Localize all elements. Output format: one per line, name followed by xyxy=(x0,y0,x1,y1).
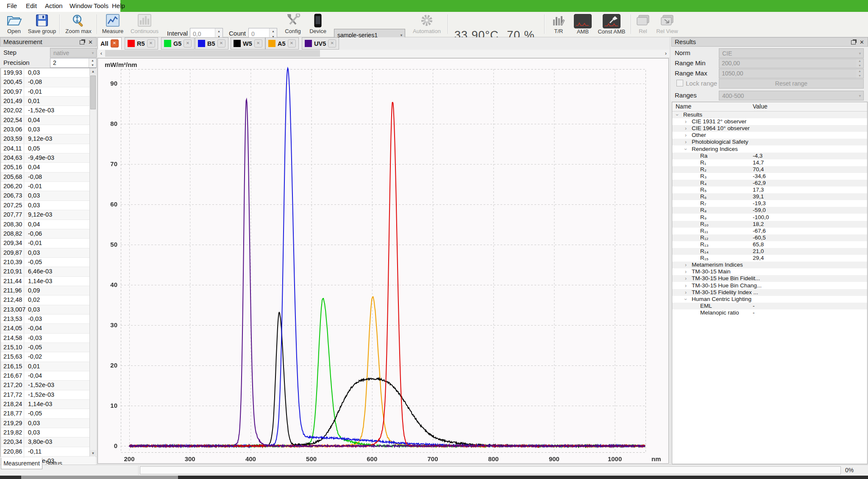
table-row[interactable]: 213,53-0,03 xyxy=(1,315,96,324)
scrollbar-thumb[interactable] xyxy=(105,50,320,57)
table-row[interactable]: 213,0070,03 xyxy=(1,305,96,315)
table-row[interactable]: 202,02-1,52e-03 xyxy=(1,106,96,115)
expand-icon[interactable]: › xyxy=(685,275,687,282)
tree-row[interactable]: R₁₁-67,6 xyxy=(672,228,867,234)
tree-row[interactable]: R₅17,3 xyxy=(672,187,867,193)
config-button[interactable]: Config xyxy=(281,13,305,36)
device-button[interactable]: Device xyxy=(307,13,329,36)
table-row[interactable]: 199,930,03 xyxy=(1,68,96,78)
close-icon[interactable]: ✕ xyxy=(328,39,336,47)
spin-down-icon[interactable]: ▼ xyxy=(89,63,96,68)
expand-icon[interactable]: › xyxy=(685,118,687,125)
expand-icon[interactable]: › xyxy=(685,125,687,132)
scroll-down-icon[interactable]: ▼ xyxy=(90,450,96,457)
expand-icon[interactable]: › xyxy=(685,289,687,296)
chart-tab-r5[interactable]: R5✕ xyxy=(125,37,158,50)
tree-row[interactable]: Ra-4,3 xyxy=(672,153,867,159)
close-icon[interactable]: ✕ xyxy=(254,39,262,47)
close-icon[interactable]: ✕ xyxy=(184,39,192,47)
tree-row[interactable]: R₁14,7 xyxy=(672,159,867,166)
tree-row[interactable]: ›Human Centric Lighting xyxy=(672,296,867,303)
table-row[interactable]: 217,20-1,52e-03 xyxy=(1,381,96,390)
collapse-icon[interactable]: › xyxy=(674,114,681,116)
table-row[interactable]: 200,45-0,08 xyxy=(1,78,96,87)
table-row[interactable]: 211,441,14e-03 xyxy=(1,277,96,286)
table-row[interactable]: 210,916,46e-03 xyxy=(1,267,96,276)
tr-mode-button[interactable]: T/R xyxy=(548,13,570,36)
tree-row[interactable]: R₂70,4 xyxy=(672,166,867,173)
table-row[interactable]: 209,34-0,01 xyxy=(1,239,96,248)
value-column-header[interactable]: Value xyxy=(753,102,768,111)
tree-row[interactable]: EML- xyxy=(672,303,867,309)
table-row[interactable]: 207,250,03 xyxy=(1,201,96,210)
tree-row[interactable]: ›TM-30-15 Fidelity Index ... xyxy=(672,289,867,296)
dock-splitter[interactable] xyxy=(670,37,670,465)
table-row[interactable]: 218,77-0,05 xyxy=(1,409,96,418)
table-row[interactable]: 203,060,03 xyxy=(1,125,96,134)
spin-up-icon[interactable]: ▲ xyxy=(89,58,96,63)
precision-spinner[interactable]: ▲▼ xyxy=(89,58,96,67)
table-row[interactable]: 205,68-0,08 xyxy=(1,173,96,182)
scroll-left-icon[interactable]: ‹ xyxy=(97,50,105,57)
tree-row[interactable]: ›CIE 1964 10° observer xyxy=(672,125,867,132)
measure-button[interactable]: Measure xyxy=(99,13,126,36)
close-icon[interactable]: ✕ xyxy=(88,38,93,47)
results-tree[interactable]: Name Value ›Results›CIE 1931 2° observer… xyxy=(672,102,868,464)
tree-row[interactable]: R₉-100,0 xyxy=(672,214,867,221)
tree-row[interactable]: ›TM-30-15 Main xyxy=(672,268,867,275)
menu-tools[interactable]: Tools xyxy=(91,0,111,12)
zoom-max-button[interactable]: Zoom max xyxy=(62,13,95,36)
close-icon[interactable]: ✕ xyxy=(860,38,864,47)
table-row[interactable]: 220,343,80e-03 xyxy=(1,437,96,447)
collapse-icon[interactable]: › xyxy=(682,298,689,300)
table-row[interactable]: 200,97-0,01 xyxy=(1,87,96,97)
table-row[interactable]: 210,39-0,05 xyxy=(1,258,96,267)
tree-row[interactable]: R₄-62,9 xyxy=(672,180,867,187)
spin-up-icon[interactable]: ▲ xyxy=(270,28,277,34)
chart-tab-scrollbar[interactable]: ‹ › xyxy=(97,50,670,58)
table-row[interactable]: 214,58-0,03 xyxy=(1,334,96,343)
precision-input[interactable]: 2 ▲▼ xyxy=(50,58,97,68)
table-row[interactable]: 212,480,02 xyxy=(1,295,96,305)
table-row[interactable]: 208,82-0,06 xyxy=(1,229,96,239)
table-row[interactable]: 204,110,05 xyxy=(1,144,96,153)
amb-button[interactable]: AMB xyxy=(571,13,594,36)
tree-row[interactable]: R₁₅29,4 xyxy=(672,255,867,262)
table-row[interactable]: 203,599,12e-03 xyxy=(1,134,96,144)
close-icon[interactable]: ✕ xyxy=(147,39,155,47)
measurement-table-scrollbar[interactable]: ▲ ▼ xyxy=(89,68,96,457)
table-row[interactable]: 218,241,14e-03 xyxy=(1,400,96,409)
chart-tab-g5[interactable]: G5✕ xyxy=(161,37,195,50)
menu-action[interactable]: Action xyxy=(42,0,65,12)
open-button[interactable]: Open xyxy=(2,13,26,36)
collapse-icon[interactable]: › xyxy=(682,148,689,150)
table-row[interactable]: 216,67-0,04 xyxy=(1,371,96,381)
table-row[interactable]: 206,20-0,01 xyxy=(1,182,96,191)
scrollbar-thumb[interactable] xyxy=(90,75,96,109)
measurement-table[interactable]: 199,930,03200,45-0,08200,97-0,01201,490,… xyxy=(0,68,96,457)
tree-row[interactable]: ›Results xyxy=(672,111,867,118)
tree-row[interactable]: Melanopic ratio- xyxy=(672,309,867,316)
table-row[interactable]: 219,820,03 xyxy=(1,428,96,437)
chart-tab-uv5[interactable]: UV5✕ xyxy=(302,37,339,50)
chart-tab-all[interactable]: All✕ xyxy=(97,37,122,50)
table-row[interactable]: 205,160,04 xyxy=(1,163,96,172)
spin-up-icon[interactable]: ▲ xyxy=(215,28,223,34)
table-row[interactable]: 211,960,09 xyxy=(1,286,96,295)
close-icon[interactable]: ✕ xyxy=(217,39,225,47)
table-row[interactable]: 209,870,03 xyxy=(1,248,96,258)
expand-icon[interactable]: › xyxy=(685,262,687,268)
tree-row[interactable]: ›Rendering Indices xyxy=(672,146,867,153)
expand-icon[interactable]: › xyxy=(685,139,687,145)
table-row[interactable]: 215,63-0,02 xyxy=(1,352,96,362)
table-row[interactable]: 201,490,01 xyxy=(1,97,96,106)
table-row[interactable]: 219,290,03 xyxy=(1,419,96,428)
save-group-button[interactable]: Save group xyxy=(26,13,58,36)
tree-row[interactable]: R₆39,1 xyxy=(672,193,867,200)
tree-row[interactable]: R₈-59,0 xyxy=(672,207,867,214)
tree-row[interactable]: R₁₄21,0 xyxy=(672,248,867,255)
scroll-right-icon[interactable]: › xyxy=(662,50,670,57)
chart-tab-w5[interactable]: W5✕ xyxy=(231,37,265,50)
spectrum-plot-canvas[interactable] xyxy=(98,58,668,463)
tree-row[interactable]: ›Metamerism Indices xyxy=(672,262,867,268)
